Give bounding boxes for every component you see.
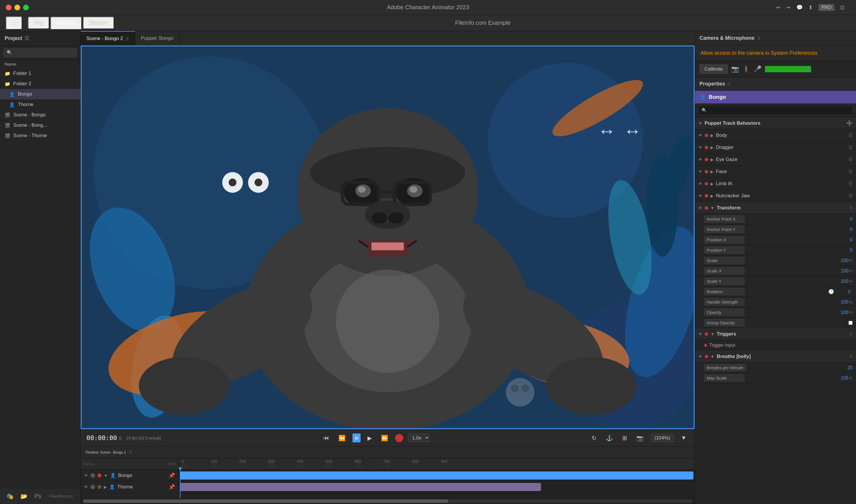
track-row-bongo[interactable]: [179, 470, 695, 481]
scene-tab-bongo2[interactable]: Scene - Bongo 2 ☰: [81, 31, 135, 45]
prop-value-anchor-y[interactable]: 0: [838, 227, 853, 232]
prop-value-handle-strength[interactable]: 100: [834, 300, 849, 305]
record-menu[interactable]: Record: [50, 17, 82, 29]
project-item-scene-bong2[interactable]: 🎬 Scene - Bong...: [0, 120, 81, 130]
properties-menu-icon[interactable]: ☰: [728, 82, 731, 86]
triggers-section-header[interactable]: 👁 ▼ Triggers ☰: [695, 328, 856, 340]
puppet-track-section-header[interactable]: ▼ Puppet Track Behaviors ➕: [695, 117, 856, 129]
group-opacity-checkbox[interactable]: [849, 321, 853, 325]
prop-name-breaths[interactable]: Breaths per Minute: [704, 364, 746, 371]
track-area[interactable]: [179, 470, 695, 498]
zoom-level[interactable]: (104%): [650, 434, 674, 443]
camera-2-button[interactable]: 📷: [634, 433, 646, 443]
comment-button[interactable]: 💬: [796, 4, 803, 11]
eye-icon-breathe[interactable]: 👁: [698, 354, 702, 359]
prop-value-position-y[interactable]: 0: [838, 248, 853, 253]
window-controls[interactable]: ⊡: [840, 4, 844, 11]
transform-menu-icon[interactable]: ☰: [849, 206, 853, 210]
project-menu-icon[interactable]: ☰: [24, 35, 29, 41]
photoshop-button[interactable]: Ps: [33, 491, 43, 501]
skip-to-start-button[interactable]: ⏮: [321, 433, 331, 443]
step-forward-button[interactable]: ⏩: [379, 433, 390, 443]
properties-search-input[interactable]: [698, 106, 853, 115]
prop-value-scale-x[interactable]: 100: [834, 268, 849, 274]
behavior-menu-face[interactable]: ☰: [849, 169, 853, 174]
prop-value-scale-y[interactable]: 100: [834, 279, 849, 284]
track-options-thorne[interactable]: 📌: [169, 484, 175, 490]
prop-name-opacity[interactable]: Opacity: [704, 309, 745, 316]
behavior-eye-gaze[interactable]: 👁 ▶ Eye Gaze ☰: [695, 154, 856, 166]
play-button[interactable]: ▶: [365, 433, 374, 443]
track-clip-bongo[interactable]: [180, 471, 694, 480]
home-button[interactable]: ⌂: [6, 16, 22, 30]
solo-button-bongo[interactable]: [90, 473, 95, 478]
project-search-input[interactable]: [3, 48, 77, 57]
zoom-chevron[interactable]: ▼: [679, 433, 689, 443]
stream-menu[interactable]: Stream: [83, 17, 114, 29]
eye-icon-body[interactable]: 👁: [698, 133, 702, 138]
eye-icon-bongo[interactable]: 👁: [84, 473, 88, 478]
project-item-scene-thorne[interactable]: 🎬 Scene - Thorne: [0, 130, 81, 141]
prop-value-opacity[interactable]: 100: [834, 310, 849, 315]
behavior-menu-nutcracker[interactable]: ☰: [849, 193, 853, 198]
timeline-menu-icon[interactable]: ☰: [129, 450, 132, 454]
prop-name-max-scale[interactable]: Max Scale: [704, 374, 745, 382]
prop-value-position-x[interactable]: 0: [838, 237, 853, 242]
calibrate-button[interactable]: Calibrate: [699, 65, 728, 74]
prop-name-position-y[interactable]: Position Y: [704, 247, 745, 254]
eye-icon-dragger[interactable]: 👁: [698, 145, 702, 150]
project-item-thorne[interactable]: 👤 Thorne: [0, 100, 81, 110]
prop-name-scale-y[interactable]: Scale Y: [704, 277, 745, 285]
behavior-face[interactable]: 👁 ▶ Face ☰: [695, 166, 856, 178]
prop-value-rotation[interactable]: 0: [836, 289, 850, 294]
prop-value-scale[interactable]: 100: [834, 258, 849, 263]
expand-arrow-bongo[interactable]: ▼: [104, 473, 108, 478]
eye-icon-transform[interactable]: 👁: [698, 205, 702, 210]
prop-name-anchor-y[interactable]: Anchor Point Y: [704, 226, 745, 233]
prop-name-scale[interactable]: Scale: [704, 257, 745, 264]
behavior-menu-limbik[interactable]: ☰: [849, 181, 853, 186]
expand-arrow-eyegaze[interactable]: ▶: [711, 157, 714, 162]
step-back-button[interactable]: ⏪: [336, 433, 348, 443]
playhead[interactable]: [180, 470, 180, 498]
new-folder-button[interactable]: 📂: [19, 491, 30, 501]
behavior-menu-dragger[interactable]: ☰: [849, 145, 853, 150]
project-item-bongo[interactable]: 👤 Bongo: [0, 89, 81, 100]
breathe-collapse-arrow[interactable]: ▼: [711, 354, 715, 359]
track-options-bongo[interactable]: 📌: [169, 472, 175, 479]
behavior-body[interactable]: 👁 ▶ Body ☰: [695, 129, 856, 141]
prop-name-rotation[interactable]: Rotation: [704, 288, 745, 295]
expand-arrow-dragger[interactable]: ▶: [711, 145, 714, 150]
project-item-folder2[interactable]: 📁 Folder 2: [0, 79, 81, 89]
project-item-folder1[interactable]: 📁 Folder 1: [0, 68, 81, 79]
behavior-menu-eyegaze[interactable]: ☰: [849, 157, 853, 162]
camera-mic-menu-icon[interactable]: ☰: [757, 36, 761, 40]
timeline-scrollbar[interactable]: [83, 499, 692, 503]
behavior-limb-ik[interactable]: 👁 ▶ Limb IK ☰: [695, 178, 856, 190]
prop-name-group-opacity[interactable]: Group Opacity: [704, 319, 745, 326]
prop-value-breaths[interactable]: 20: [838, 365, 853, 371]
expand-arrow-body[interactable]: ▶: [711, 133, 714, 138]
rig-menu[interactable]: Rig: [28, 17, 49, 29]
prop-name-position-x[interactable]: Position X: [704, 236, 745, 244]
prop-name-handle-strength[interactable]: Handle Strength: [704, 299, 745, 306]
anchor-button[interactable]: ⚓: [604, 433, 615, 443]
grid-button[interactable]: ⊞: [620, 433, 629, 443]
refresh-button[interactable]: ↻: [589, 433, 599, 443]
track-row-thorne[interactable]: [179, 481, 695, 493]
solo-button-thorne[interactable]: [90, 485, 95, 489]
behavior-menu-body[interactable]: ☰: [849, 132, 853, 138]
share-button[interactable]: ⬆: [808, 4, 813, 11]
expand-arrow-thorne[interactable]: ▶: [104, 485, 107, 489]
expand-arrow-face[interactable]: ▶: [711, 169, 714, 174]
behavior-dragger[interactable]: 👁 ▶ Dragger ☰: [695, 141, 856, 154]
redo-button[interactable]: ↪: [786, 4, 790, 11]
eye-icon-triggers[interactable]: 👁: [698, 332, 702, 336]
breathe-menu-icon[interactable]: ☰: [849, 355, 853, 359]
puppet-track-add-icon[interactable]: ➕: [846, 120, 853, 126]
eye-icon-eyegaze[interactable]: 👁: [698, 157, 702, 162]
transform-collapse-arrow[interactable]: ▼: [711, 205, 715, 210]
breathe-section-header[interactable]: 👁 ▼ Breathe [belly] ☰: [695, 350, 856, 363]
track-clip-thorne[interactable]: [180, 483, 541, 491]
eye-icon-face[interactable]: 👁: [698, 169, 702, 174]
